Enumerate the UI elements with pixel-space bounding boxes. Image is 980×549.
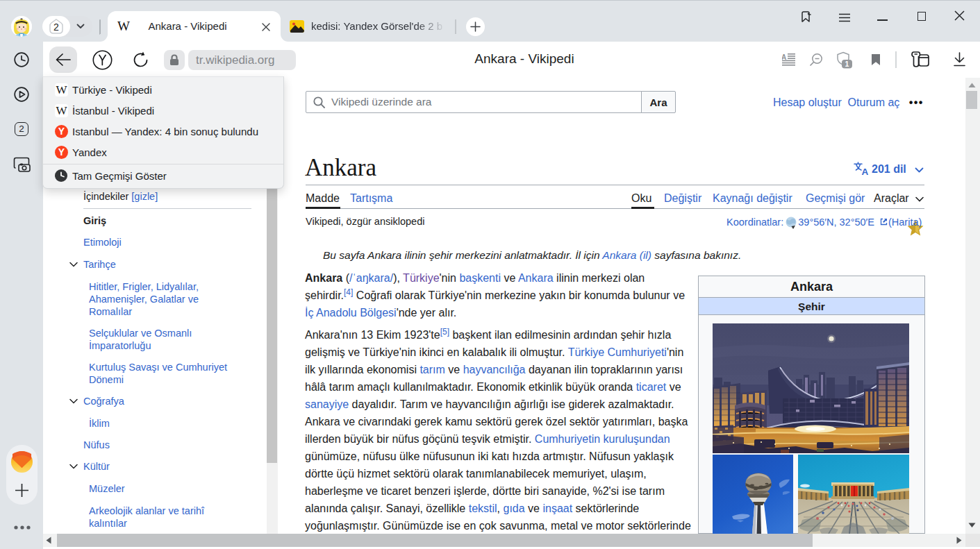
- svg-text:A: A: [862, 167, 869, 176]
- svg-text:1: 1: [845, 60, 849, 68]
- svg-text:A: A: [782, 53, 786, 61]
